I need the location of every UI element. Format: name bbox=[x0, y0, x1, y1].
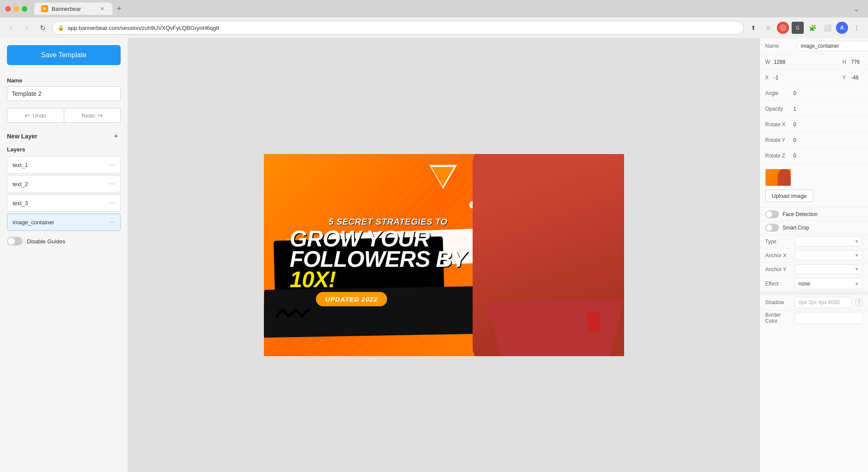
smart-crop-toggle-knob bbox=[766, 225, 772, 231]
address-bar[interactable]: 🔒 app.bannerbear.com/session/zuh9UVXQvFy… bbox=[52, 21, 744, 35]
browser-menu-button[interactable]: ⌄ bbox=[850, 5, 863, 13]
type-select-label: Type bbox=[765, 239, 791, 245]
effect-select[interactable]: none ▼ bbox=[795, 278, 863, 289]
type-select[interactable]: ▼ bbox=[795, 236, 863, 246]
prop-angle-input[interactable] bbox=[793, 90, 863, 96]
new-tab-button[interactable]: + bbox=[112, 2, 126, 16]
anchor-x-select[interactable]: ▼ bbox=[795, 250, 863, 260]
new-layer-label: New Layer bbox=[7, 133, 37, 140]
prop-w-input[interactable] bbox=[774, 59, 839, 65]
anchor-x-label: Anchor X bbox=[765, 252, 791, 259]
disable-guides-toggle[interactable] bbox=[7, 237, 23, 246]
anchor-y-select[interactable]: ▼ bbox=[795, 264, 863, 274]
address-lock-icon: 🔒 bbox=[58, 25, 64, 31]
layer-name-text1: text_1 bbox=[13, 162, 28, 168]
layer-options-image-container[interactable]: ··· bbox=[109, 218, 115, 226]
split-view-button[interactable]: ⬜ bbox=[821, 22, 833, 34]
layer-options-text1[interactable]: ··· bbox=[109, 161, 115, 169]
save-template-button[interactable]: Save Template bbox=[7, 45, 121, 65]
prop-opacity-label: Opacity bbox=[765, 106, 793, 112]
tab-title: Bannerbear bbox=[52, 6, 81, 12]
canvas-wrapper: ✕ ✕ 5 SECRET STRATEGIES TO GROW YOUR FOL… bbox=[264, 154, 624, 356]
prop-rotate-y-row: Rotate Y bbox=[760, 132, 868, 148]
share-button[interactable]: ⬆ bbox=[747, 22, 760, 34]
type-select-chevron-icon: ▼ bbox=[855, 239, 859, 244]
upload-image-button[interactable]: Upload Image bbox=[765, 190, 813, 202]
layer-options-text3[interactable]: ··· bbox=[109, 199, 115, 207]
layer-item-text3[interactable]: text_3 ··· bbox=[7, 194, 121, 212]
nav-actions: ⬆ ☆ G 🧩 ⬜ A ⋮ bbox=[747, 22, 863, 34]
layer-item-text2[interactable]: text_2 ··· bbox=[7, 175, 121, 193]
border-color-label: Border Color bbox=[765, 312, 791, 324]
thumbnail-section: Upload Image bbox=[760, 164, 868, 208]
refresh-button[interactable]: ↻ bbox=[36, 22, 49, 34]
close-window-button[interactable] bbox=[5, 6, 11, 12]
toggle-knob bbox=[8, 238, 15, 245]
prop-rotate-y-label: Rotate Y bbox=[765, 137, 793, 143]
minimize-window-button[interactable] bbox=[13, 6, 19, 12]
prop-h-input[interactable] bbox=[851, 59, 868, 65]
canvas-area[interactable]: ✕ ✕ 5 SECRET STRATEGIES TO GROW YOUR FOL… bbox=[128, 38, 760, 472]
prop-opacity-row: Opacity bbox=[760, 101, 868, 117]
type-select-row: Type ▼ bbox=[760, 235, 868, 249]
phone-icon bbox=[587, 311, 601, 333]
prop-w-group: W bbox=[765, 59, 839, 65]
redo-button[interactable]: Redo ↪ bbox=[64, 108, 121, 122]
template-name-input[interactable] bbox=[7, 86, 121, 101]
banner-main-text: 5 SECRET STRATEGIES TO GROW YOUR FOLLOWE… bbox=[290, 217, 503, 289]
properties-panel: Name W H X Y An bbox=[760, 38, 868, 472]
thumbnail-preview bbox=[765, 169, 791, 186]
extensions-button[interactable]: 🧩 bbox=[806, 22, 819, 34]
bookmark-button[interactable]: ☆ bbox=[762, 22, 774, 34]
name-section: Name bbox=[0, 72, 128, 105]
undo-button[interactable]: ↩ Undo bbox=[7, 108, 64, 122]
layer-item-image-container[interactable]: image_container ··· bbox=[7, 213, 121, 231]
shadow-label: Shadow bbox=[765, 299, 791, 305]
layer-name-text3: text_3 bbox=[13, 200, 28, 206]
smart-crop-toggle[interactable] bbox=[765, 224, 779, 232]
name-label: Name bbox=[7, 77, 121, 84]
prop-y-input[interactable] bbox=[851, 75, 868, 81]
add-layer-button[interactable]: + bbox=[111, 131, 121, 141]
anchor-x-chevron-icon: ▼ bbox=[855, 253, 859, 258]
prop-name-input[interactable] bbox=[797, 41, 868, 51]
prop-rotate-x-input[interactable] bbox=[793, 121, 863, 128]
face-detection-toggle[interactable] bbox=[765, 210, 779, 218]
prop-rotate-z-input[interactable] bbox=[793, 153, 863, 159]
anchor-y-label: Anchor Y bbox=[765, 266, 791, 272]
shadow-row: Shadow 0px 2px 4px #000 ? bbox=[760, 295, 868, 310]
border-color-input[interactable] bbox=[795, 312, 863, 324]
prop-name-row: Name bbox=[760, 38, 868, 54]
shadow-input[interactable]: 0px 2px 4px #000 bbox=[795, 297, 852, 308]
nav-bar: ‹ › ↻ 🔒 app.bannerbear.com/session/zuh9U… bbox=[0, 17, 868, 38]
back-button[interactable]: ‹ bbox=[5, 22, 17, 34]
thumbnail-person bbox=[778, 169, 791, 186]
shadow-help-icon[interactable]: ? bbox=[855, 298, 863, 306]
canvas-image[interactable]: ✕ ✕ 5 SECRET STRATEGIES TO GROW YOUR FOL… bbox=[264, 154, 624, 356]
tab-close-button[interactable]: ✕ bbox=[99, 5, 105, 12]
new-layer-section: New Layer + bbox=[0, 126, 128, 144]
tab-favicon: B bbox=[41, 5, 48, 12]
prop-x-label: X bbox=[765, 75, 772, 81]
prop-opacity-input[interactable] bbox=[793, 106, 863, 112]
layer-name-image-container: image_container bbox=[13, 219, 54, 226]
prop-x-input[interactable] bbox=[774, 75, 839, 81]
active-tab[interactable]: B Bannerbear ✕ bbox=[34, 3, 112, 15]
triangle-top-inner-icon bbox=[431, 167, 454, 187]
layer-item-text1[interactable]: text_1 ··· bbox=[7, 156, 121, 174]
disable-guides-label: Disable Guides bbox=[27, 238, 65, 245]
profile-avatar[interactable]: A bbox=[836, 22, 848, 34]
forward-button[interactable]: › bbox=[21, 22, 33, 34]
banner-text-big: GROW YOUR FOLLOWERS BY 10X! bbox=[290, 229, 503, 289]
maximize-window-button[interactable] bbox=[22, 6, 27, 12]
anchor-y-select-row: Anchor Y ▼ bbox=[760, 262, 868, 276]
browser-settings-button[interactable]: ⋮ bbox=[851, 22, 863, 34]
layer-options-text2[interactable]: ··· bbox=[109, 180, 115, 188]
prop-name-label: Name bbox=[765, 43, 793, 49]
prop-rotate-y-input[interactable] bbox=[793, 137, 863, 143]
prop-xy-row: X Y bbox=[760, 70, 868, 85]
border-color-row: Border Color bbox=[760, 310, 868, 326]
effect-label: Effect bbox=[765, 281, 791, 287]
tab-bar: B Bannerbear ✕ + bbox=[34, 2, 846, 16]
sidebar-header: Save Template bbox=[0, 38, 128, 72]
